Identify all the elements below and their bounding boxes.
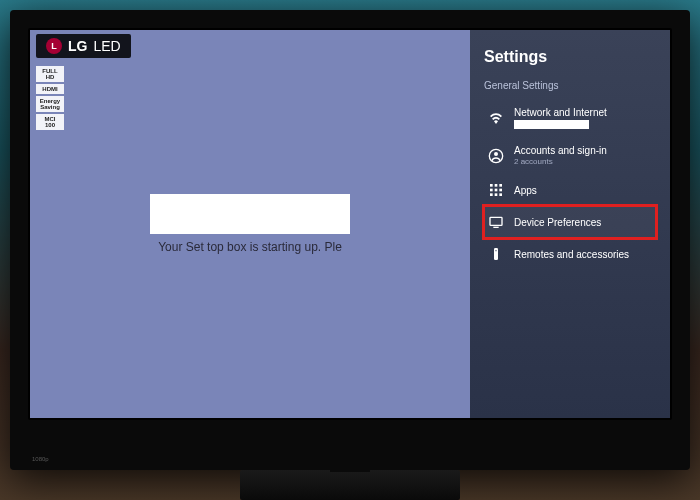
- menu-label: Apps: [514, 185, 537, 196]
- network-name-redacted: [514, 120, 589, 129]
- svg-rect-8: [490, 193, 493, 196]
- svg-rect-6: [495, 189, 498, 192]
- menu-item-device-preferences[interactable]: Device Preferences: [484, 206, 656, 238]
- brand-text: LG: [68, 38, 87, 54]
- badge: MCI 100: [36, 114, 64, 130]
- redacted-logo-block: [150, 194, 350, 234]
- settings-title: Settings: [484, 48, 656, 66]
- svg-rect-2: [490, 184, 493, 187]
- menu-label: Remotes and accessories: [514, 249, 629, 260]
- svg-point-14: [495, 250, 496, 251]
- svg-rect-5: [490, 189, 493, 192]
- tv-stand: [240, 470, 460, 500]
- tv-info-label: 1080p: [32, 456, 49, 462]
- svg-rect-7: [499, 189, 502, 192]
- svg-point-1: [494, 152, 498, 156]
- spec-badges: FULL HD HDMI Energy Saving MCI 100: [36, 66, 64, 130]
- menu-item-network[interactable]: Network and Internet: [484, 99, 656, 137]
- remote-icon: [488, 246, 504, 262]
- brand-sub-text: LED: [93, 38, 120, 54]
- badge: HDMI: [36, 84, 64, 94]
- svg-rect-11: [490, 217, 502, 225]
- account-icon: [488, 148, 504, 164]
- main-content-area: Your Set top box is starting up. Ple: [30, 30, 470, 418]
- settings-section-label: General Settings: [484, 80, 656, 91]
- menu-label: Accounts and sign-in: [514, 145, 607, 156]
- svg-rect-3: [495, 184, 498, 187]
- svg-rect-4: [499, 184, 502, 187]
- tv-screen: L LG LED FULL HD HDMI Energy Saving MCI …: [30, 30, 670, 418]
- badge: Energy Saving: [36, 96, 64, 112]
- svg-rect-13: [494, 248, 498, 260]
- lg-logo-icon: L: [46, 38, 62, 54]
- badge: FULL HD: [36, 66, 64, 82]
- menu-item-accounts[interactable]: Accounts and sign-in 2 accounts: [484, 137, 656, 174]
- boot-status-text: Your Set top box is starting up. Ple: [158, 240, 342, 254]
- tv-brand-logo: L LG LED: [36, 34, 131, 58]
- tv-icon: [488, 214, 504, 230]
- tv-frame: L LG LED FULL HD HDMI Energy Saving MCI …: [10, 10, 690, 470]
- menu-item-remotes[interactable]: Remotes and accessories: [484, 238, 656, 270]
- svg-rect-10: [499, 193, 502, 196]
- menu-label: Network and Internet: [514, 107, 607, 118]
- svg-rect-9: [495, 193, 498, 196]
- tv-bezel: L LG LED FULL HD HDMI Energy Saving MCI …: [28, 28, 672, 420]
- settings-panel: Settings General Settings Network and In…: [470, 30, 670, 418]
- wifi-icon: [488, 110, 504, 126]
- menu-label: Device Preferences: [514, 217, 601, 228]
- menu-sublabel: 2 accounts: [514, 157, 607, 166]
- apps-icon: [488, 182, 504, 198]
- menu-item-apps[interactable]: Apps: [484, 174, 656, 206]
